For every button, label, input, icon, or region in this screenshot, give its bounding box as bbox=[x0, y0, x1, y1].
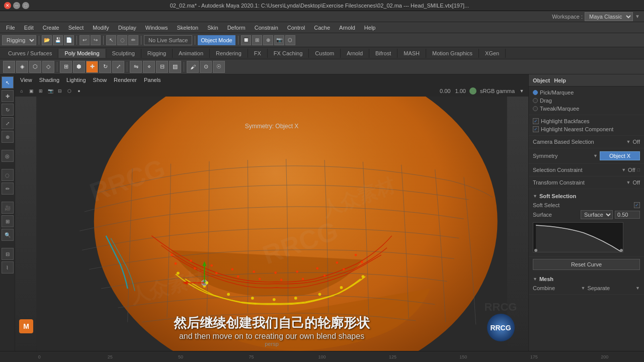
render-icon[interactable]: ⬡ bbox=[285, 35, 295, 45]
menu-skeleton[interactable]: Skeleton bbox=[173, 24, 202, 32]
snap-grid-btn[interactable]: ⊟ bbox=[2, 248, 14, 260]
new-icon[interactable]: 📄 bbox=[64, 35, 74, 45]
tab-arnold[interactable]: Arnold bbox=[341, 49, 369, 58]
menu-constrain[interactable]: Constrain bbox=[251, 24, 282, 32]
reset-curve-button[interactable]: Reset Curve bbox=[533, 259, 640, 270]
vp-menu-show[interactable]: Show bbox=[90, 76, 110, 84]
vp-menu-view[interactable]: View bbox=[17, 76, 35, 84]
tab-fx[interactable]: FX bbox=[248, 49, 268, 58]
vp-cam-icon[interactable]: 📷 bbox=[46, 86, 55, 96]
menu-arnold[interactable]: Arnold bbox=[335, 24, 359, 32]
menu-windows[interactable]: Windows bbox=[141, 24, 172, 32]
menu-display[interactable]: Display bbox=[114, 24, 140, 32]
mesh-section-header[interactable]: ▼ Mesh bbox=[533, 274, 640, 284]
select-icon[interactable]: ↖ bbox=[106, 35, 116, 45]
tab-fx-caching[interactable]: FX Caching bbox=[268, 49, 309, 58]
vp-grid-icon[interactable]: ⊟ bbox=[55, 86, 64, 96]
vp-wire-icon[interactable]: ⬡ bbox=[65, 86, 74, 96]
surface-type-dropdown[interactable]: Surface bbox=[581, 210, 613, 219]
subdivide-icon[interactable]: ◈ bbox=[16, 61, 28, 73]
lasso-icon[interactable]: ◌ bbox=[117, 35, 127, 45]
tab-mash[interactable]: MASH bbox=[397, 49, 426, 58]
menu-control[interactable]: Control bbox=[283, 24, 309, 32]
drag-radio[interactable] bbox=[533, 98, 538, 103]
cam-icon[interactable]: 📷 bbox=[274, 35, 284, 45]
undo-icon[interactable]: ↩ bbox=[79, 35, 90, 45]
tab-poly-modeling[interactable]: Poly Modeling bbox=[58, 49, 106, 58]
menu-help[interactable]: Help bbox=[360, 24, 380, 32]
menu-file[interactable]: File bbox=[2, 24, 19, 32]
maximize-button[interactable]: □ bbox=[22, 2, 29, 9]
save-icon[interactable]: 💾 bbox=[53, 35, 63, 45]
paint-select-icon[interactable]: 🖌 bbox=[187, 61, 199, 73]
bridge-icon[interactable]: ⊟ bbox=[156, 61, 168, 73]
menu-cache[interactable]: Cache bbox=[310, 24, 334, 32]
menu-skin[interactable]: Skin bbox=[203, 24, 222, 32]
combine-icon[interactable]: ⊞ bbox=[60, 61, 72, 73]
soft-select-checkbox[interactable]: ✓ bbox=[634, 202, 640, 208]
surface-value-input[interactable] bbox=[615, 211, 640, 219]
vp-frame-icon[interactable]: ▣ bbox=[27, 86, 36, 96]
menu-modify[interactable]: Modify bbox=[89, 24, 113, 32]
redo-icon[interactable]: ↪ bbox=[91, 35, 101, 45]
menu-edit[interactable]: Edit bbox=[20, 24, 38, 32]
bevel-icon[interactable]: ◇ bbox=[42, 61, 54, 73]
highlight-nearest-checkbox[interactable]: ✓ bbox=[533, 126, 539, 132]
highlight-backfaces-checkbox[interactable]: ✓ bbox=[533, 118, 539, 124]
move-icon[interactable]: ✚ bbox=[86, 61, 98, 73]
open-icon[interactable]: 📂 bbox=[42, 35, 52, 45]
highlight-backfaces-row[interactable]: ✓ Highlight Backfaces bbox=[533, 117, 640, 125]
vp-menu-lighting[interactable]: Lighting bbox=[63, 76, 89, 84]
pick-marquee-row[interactable]: Pick/Marquee bbox=[533, 88, 640, 97]
mirror-icon[interactable]: ⇋ bbox=[130, 61, 142, 73]
vp-menu-panels[interactable]: Panels bbox=[141, 76, 164, 84]
viewport[interactable]: View Shading Lighting Show Renderer Pane… bbox=[15, 74, 528, 351]
timeline[interactable]: 0 25 50 75 100 125 150 175 200 bbox=[0, 351, 644, 362]
vp-smooth-icon[interactable]: ● bbox=[74, 86, 84, 96]
snap3-icon[interactable]: ⊕ bbox=[263, 35, 273, 45]
move-tool-btn[interactable]: ✚ bbox=[2, 90, 14, 102]
sphere-icon[interactable]: ● bbox=[3, 61, 15, 73]
lattice-icon[interactable]: ⋄ bbox=[143, 61, 155, 73]
universal-tool-btn[interactable]: ⊕ bbox=[2, 131, 14, 143]
soft-mod-icon[interactable]: ⊙ bbox=[200, 61, 212, 73]
tab-custom[interactable]: Custom bbox=[309, 49, 341, 58]
tab-xgen[interactable]: XGen bbox=[479, 49, 506, 58]
lasso-select-btn[interactable]: ◌ bbox=[2, 169, 14, 181]
object-mode-button[interactable]: Object Mode bbox=[198, 35, 235, 45]
tweak-marquee-radio[interactable] bbox=[533, 106, 538, 111]
highlight-nearest-row[interactable]: ✓ Highlight Nearest Component bbox=[533, 125, 640, 133]
tab-animation[interactable]: Animation bbox=[173, 49, 210, 58]
menu-select[interactable]: Select bbox=[64, 24, 88, 32]
vp-home-icon[interactable]: ⌂ bbox=[17, 86, 26, 96]
tab-sculpting[interactable]: Sculpting bbox=[106, 49, 141, 58]
smooth-icon[interactable]: ⬢ bbox=[73, 61, 85, 73]
scene-area[interactable]: RRCG RRCG 人众素材 人众素材 Symmetry: Object X p… bbox=[15, 97, 528, 351]
close-button[interactable]: ✕ bbox=[4, 2, 11, 9]
orbit-btn[interactable]: ⊞ bbox=[2, 215, 14, 227]
snap-icon[interactable]: 🔲 bbox=[241, 35, 251, 45]
move-camera-btn[interactable]: 🎥 bbox=[2, 202, 14, 214]
soft-selection-header[interactable]: ▼ Soft Selection bbox=[533, 191, 640, 201]
symmetry-dropdown[interactable]: Object X bbox=[600, 151, 640, 160]
vp-settings-icon[interactable]: ▼ bbox=[517, 86, 526, 96]
show-manipulator-btn[interactable]: ◎ bbox=[2, 150, 14, 162]
paint-sel-btn[interactable]: ✏ bbox=[2, 183, 14, 195]
tab-motion-graphics[interactable]: Motion Graphics bbox=[426, 49, 479, 58]
scale-icon[interactable]: ⤢ bbox=[112, 61, 124, 73]
tab-rigging[interactable]: Rigging bbox=[141, 49, 173, 58]
minimize-button[interactable]: ─ bbox=[13, 2, 20, 9]
tweak-marquee-row[interactable]: Tweak/Marquee bbox=[533, 105, 640, 113]
rotate-icon[interactable]: ↻ bbox=[99, 61, 111, 73]
vp-menu-shading[interactable]: Shading bbox=[36, 76, 62, 84]
rigging-select[interactable]: Rigging bbox=[2, 35, 36, 45]
snap-curve-btn[interactable]: ⌇ bbox=[2, 261, 14, 274]
vp-menu-renderer[interactable]: Renderer bbox=[111, 76, 140, 84]
cluster-icon[interactable]: ☉ bbox=[213, 61, 225, 73]
rotate-tool-btn[interactable]: ↻ bbox=[2, 104, 14, 116]
drag-row[interactable]: Drag bbox=[533, 97, 640, 105]
fill-icon[interactable]: ▨ bbox=[169, 61, 181, 73]
tab-curves-surfaces[interactable]: Curves / Surfaces bbox=[2, 49, 58, 58]
workspace-dropdown[interactable]: Maya Classic bbox=[585, 12, 633, 21]
menu-create[interactable]: Create bbox=[39, 24, 63, 32]
